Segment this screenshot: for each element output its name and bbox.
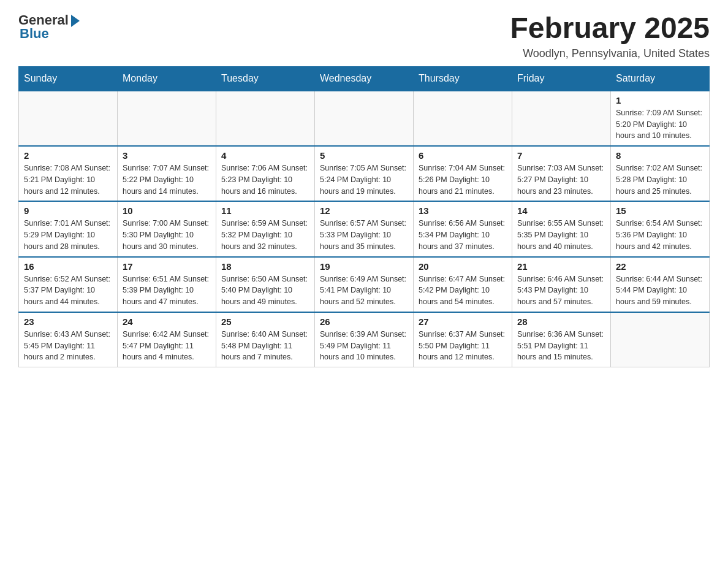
day-info: Sunrise: 7:02 AM Sunset: 5:28 PM Dayligh… — [616, 163, 704, 197]
calendar-cell: 25Sunrise: 6:40 AM Sunset: 5:48 PM Dayli… — [216, 312, 315, 367]
day-info: Sunrise: 6:59 AM Sunset: 5:32 PM Dayligh… — [221, 218, 309, 252]
day-info: Sunrise: 6:43 AM Sunset: 5:45 PM Dayligh… — [24, 329, 112, 363]
calendar-cell: 10Sunrise: 7:00 AM Sunset: 5:30 PM Dayli… — [118, 201, 216, 256]
calendar-cell: 17Sunrise: 6:51 AM Sunset: 5:39 PM Dayli… — [118, 257, 216, 312]
calendar-week-row: 2Sunrise: 7:08 AM Sunset: 5:21 PM Daylig… — [19, 146, 710, 201]
calendar-day-header: Saturday — [611, 66, 710, 91]
calendar-cell: 15Sunrise: 6:54 AM Sunset: 5:36 PM Dayli… — [611, 201, 710, 256]
day-info: Sunrise: 6:51 AM Sunset: 5:39 PM Dayligh… — [123, 274, 211, 308]
day-info: Sunrise: 7:03 AM Sunset: 5:27 PM Dayligh… — [517, 163, 605, 197]
logo: General Blue — [18, 12, 80, 42]
day-number: 23 — [24, 316, 112, 327]
calendar-cell: 6Sunrise: 7:04 AM Sunset: 5:26 PM Daylig… — [414, 146, 512, 201]
day-number: 26 — [320, 316, 408, 327]
day-number: 24 — [123, 316, 211, 327]
day-info: Sunrise: 6:36 AM Sunset: 5:51 PM Dayligh… — [517, 329, 605, 363]
calendar-table: SundayMondayTuesdayWednesdayThursdayFrid… — [18, 66, 710, 367]
day-info: Sunrise: 6:49 AM Sunset: 5:41 PM Dayligh… — [320, 274, 408, 308]
calendar-cell — [118, 91, 216, 146]
calendar-cell: 3Sunrise: 7:07 AM Sunset: 5:22 PM Daylig… — [118, 146, 216, 201]
day-info: Sunrise: 7:06 AM Sunset: 5:23 PM Dayligh… — [221, 163, 309, 197]
month-title: February 2025 — [510, 12, 710, 45]
calendar-cell — [315, 91, 414, 146]
calendar-week-row: 16Sunrise: 6:52 AM Sunset: 5:37 PM Dayli… — [19, 257, 710, 312]
day-number: 12 — [320, 205, 408, 216]
day-number: 2 — [24, 150, 112, 161]
calendar-day-header: Monday — [118, 66, 216, 91]
calendar-cell — [19, 91, 118, 146]
calendar-day-header: Thursday — [414, 66, 512, 91]
day-info: Sunrise: 6:56 AM Sunset: 5:34 PM Dayligh… — [419, 218, 507, 252]
day-number: 15 — [616, 205, 704, 216]
calendar-cell: 21Sunrise: 6:46 AM Sunset: 5:43 PM Dayli… — [512, 257, 611, 312]
calendar-cell: 16Sunrise: 6:52 AM Sunset: 5:37 PM Dayli… — [19, 257, 118, 312]
day-number: 19 — [320, 261, 408, 272]
calendar-day-header: Wednesday — [315, 66, 414, 91]
calendar-cell — [611, 312, 710, 367]
day-number: 6 — [419, 150, 507, 161]
calendar-cell: 1Sunrise: 7:09 AM Sunset: 5:20 PM Daylig… — [611, 91, 710, 146]
calendar-week-row: 23Sunrise: 6:43 AM Sunset: 5:45 PM Dayli… — [19, 312, 710, 367]
day-info: Sunrise: 6:50 AM Sunset: 5:40 PM Dayligh… — [221, 274, 309, 308]
day-number: 4 — [221, 150, 309, 161]
day-info: Sunrise: 7:09 AM Sunset: 5:20 PM Dayligh… — [616, 107, 704, 142]
calendar-cell: 8Sunrise: 7:02 AM Sunset: 5:28 PM Daylig… — [611, 146, 710, 201]
calendar-cell: 18Sunrise: 6:50 AM Sunset: 5:40 PM Dayli… — [216, 257, 315, 312]
day-info: Sunrise: 6:57 AM Sunset: 5:33 PM Dayligh… — [320, 218, 408, 252]
day-info: Sunrise: 6:55 AM Sunset: 5:35 PM Dayligh… — [517, 218, 605, 252]
day-info: Sunrise: 7:05 AM Sunset: 5:24 PM Dayligh… — [320, 163, 408, 197]
day-number: 1 — [616, 95, 704, 105]
day-info: Sunrise: 7:04 AM Sunset: 5:26 PM Dayligh… — [419, 163, 507, 197]
calendar-cell — [414, 91, 512, 146]
calendar-cell: 9Sunrise: 7:01 AM Sunset: 5:29 PM Daylig… — [19, 201, 118, 256]
logo-blue-text: Blue — [20, 26, 49, 42]
calendar-cell: 14Sunrise: 6:55 AM Sunset: 5:35 PM Dayli… — [512, 201, 611, 256]
calendar-cell: 24Sunrise: 6:42 AM Sunset: 5:47 PM Dayli… — [118, 312, 216, 367]
day-number: 8 — [616, 150, 704, 161]
day-number: 18 — [221, 261, 309, 272]
calendar-cell: 11Sunrise: 6:59 AM Sunset: 5:32 PM Dayli… — [216, 201, 315, 256]
calendar-cell: 19Sunrise: 6:49 AM Sunset: 5:41 PM Dayli… — [315, 257, 414, 312]
day-info: Sunrise: 6:40 AM Sunset: 5:48 PM Dayligh… — [221, 329, 309, 363]
day-number: 10 — [123, 205, 211, 216]
day-number: 9 — [24, 205, 112, 216]
calendar-cell: 12Sunrise: 6:57 AM Sunset: 5:33 PM Dayli… — [315, 201, 414, 256]
day-number: 11 — [221, 205, 309, 216]
day-info: Sunrise: 6:42 AM Sunset: 5:47 PM Dayligh… — [123, 329, 211, 363]
day-number: 28 — [517, 316, 605, 327]
calendar-cell: 27Sunrise: 6:37 AM Sunset: 5:50 PM Dayli… — [414, 312, 512, 367]
day-info: Sunrise: 7:08 AM Sunset: 5:21 PM Dayligh… — [24, 163, 112, 197]
calendar-week-row: 1Sunrise: 7:09 AM Sunset: 5:20 PM Daylig… — [19, 91, 710, 146]
calendar-cell: 5Sunrise: 7:05 AM Sunset: 5:24 PM Daylig… — [315, 146, 414, 201]
logo-arrow-icon — [71, 15, 80, 27]
day-number: 3 — [123, 150, 211, 161]
day-info: Sunrise: 6:39 AM Sunset: 5:49 PM Dayligh… — [320, 329, 408, 363]
day-info: Sunrise: 6:52 AM Sunset: 5:37 PM Dayligh… — [24, 274, 112, 308]
day-number: 14 — [517, 205, 605, 216]
calendar-cell: 2Sunrise: 7:08 AM Sunset: 5:21 PM Daylig… — [19, 146, 118, 201]
day-number: 27 — [419, 316, 507, 327]
calendar-cell: 4Sunrise: 7:06 AM Sunset: 5:23 PM Daylig… — [216, 146, 315, 201]
day-info: Sunrise: 7:00 AM Sunset: 5:30 PM Dayligh… — [123, 218, 211, 252]
day-number: 25 — [221, 316, 309, 327]
calendar-cell: 22Sunrise: 6:44 AM Sunset: 5:44 PM Dayli… — [611, 257, 710, 312]
calendar-day-header: Tuesday — [216, 66, 315, 91]
day-info: Sunrise: 6:54 AM Sunset: 5:36 PM Dayligh… — [616, 218, 704, 252]
day-info: Sunrise: 6:46 AM Sunset: 5:43 PM Dayligh… — [517, 274, 605, 308]
calendar-cell: 28Sunrise: 6:36 AM Sunset: 5:51 PM Dayli… — [512, 312, 611, 367]
calendar-cell — [512, 91, 611, 146]
day-info: Sunrise: 6:37 AM Sunset: 5:50 PM Dayligh… — [419, 329, 507, 363]
day-number: 7 — [517, 150, 605, 161]
calendar-cell: 13Sunrise: 6:56 AM Sunset: 5:34 PM Dayli… — [414, 201, 512, 256]
calendar-cell: 7Sunrise: 7:03 AM Sunset: 5:27 PM Daylig… — [512, 146, 611, 201]
location-text: Woodlyn, Pennsylvania, United States — [510, 47, 710, 60]
calendar-week-row: 9Sunrise: 7:01 AM Sunset: 5:29 PM Daylig… — [19, 201, 710, 256]
day-info: Sunrise: 6:47 AM Sunset: 5:42 PM Dayligh… — [419, 274, 507, 308]
calendar-cell: 23Sunrise: 6:43 AM Sunset: 5:45 PM Dayli… — [19, 312, 118, 367]
day-number: 17 — [123, 261, 211, 272]
calendar-cell: 26Sunrise: 6:39 AM Sunset: 5:49 PM Dayli… — [315, 312, 414, 367]
day-number: 5 — [320, 150, 408, 161]
day-info: Sunrise: 7:01 AM Sunset: 5:29 PM Dayligh… — [24, 218, 112, 252]
calendar-header-row: SundayMondayTuesdayWednesdayThursdayFrid… — [19, 66, 710, 91]
page-header: General Blue February 2025 Woodlyn, Penn… — [18, 12, 710, 60]
